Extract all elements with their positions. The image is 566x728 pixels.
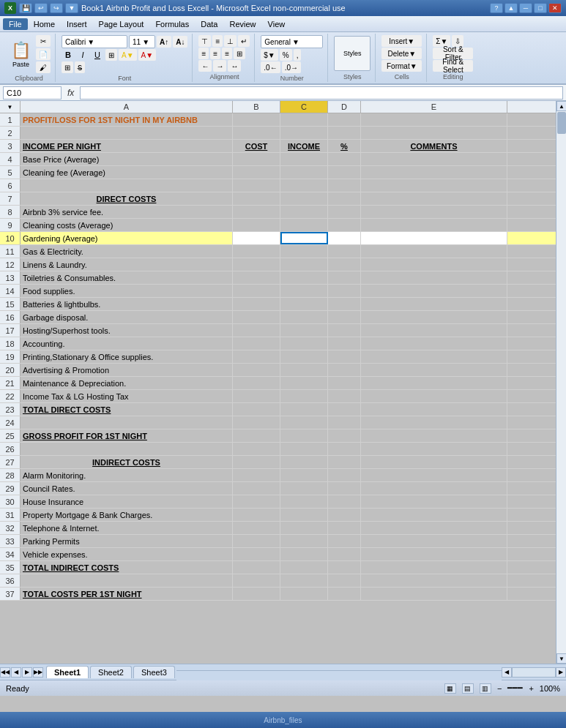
h-scroll-right-btn[interactable]: ▶: [556, 667, 566, 678]
vertical-scrollbar[interactable]: ▲ ▼: [556, 101, 566, 664]
paste-button[interactable]: 📋 Paste: [7, 37, 34, 72]
row-num-29[interactable]: 29: [0, 482, 21, 495]
row-num-14[interactable]: 14: [0, 285, 21, 297]
align-middle-btn[interactable]: ≡: [212, 35, 223, 47]
cell-c9[interactable]: [280, 219, 328, 231]
ribbon-toggle-btn[interactable]: ▲: [504, 3, 518, 13]
cell-a1[interactable]: PROFIT/LOSS FOR 1ST NIGHT IN MY AIRBNB: [21, 113, 233, 126]
row-num-15[interactable]: 15: [0, 298, 21, 310]
cell-c19[interactable]: [280, 350, 328, 363]
cell-a33[interactable]: Parking Permits: [21, 535, 233, 547]
cell-c13[interactable]: [280, 271, 328, 284]
font-size-dropdown[interactable]: 11 ▼: [129, 35, 155, 48]
cell-d30[interactable]: [328, 495, 361, 508]
cell-a22[interactable]: Income Tax & LG Hosting Tax: [21, 390, 233, 402]
row-num-31[interactable]: 31: [0, 509, 21, 521]
minimize-btn[interactable]: ─: [519, 3, 532, 13]
cell-e30[interactable]: [361, 495, 507, 508]
cell-e24[interactable]: [361, 416, 507, 429]
cell-c27[interactable]: [280, 456, 328, 468]
align-top-btn[interactable]: ⊤: [198, 35, 211, 47]
cell-a13[interactable]: Toiletries & Consumables.: [21, 271, 233, 284]
cell-e15[interactable]: [361, 298, 507, 310]
cell-c8[interactable]: [280, 206, 328, 218]
sheet-tab-1[interactable]: Sheet1: [46, 666, 89, 678]
cell-d33[interactable]: [328, 535, 361, 547]
scroll-down-btn[interactable]: ▼: [556, 653, 566, 664]
cell-d12[interactable]: [328, 258, 361, 271]
cell-a2[interactable]: [21, 127, 233, 139]
redo-btn[interactable]: ↪: [50, 3, 63, 13]
cell-b36[interactable]: [233, 574, 280, 587]
cell-a18[interactable]: Accounting.: [21, 337, 233, 350]
decrease-font-btn[interactable]: A↓: [173, 36, 187, 48]
border-btn[interactable]: ⊞: [105, 49, 117, 61]
cell-a14[interactable]: Food supplies.: [21, 285, 233, 297]
number-format-dropdown[interactable]: General ▼: [261, 35, 323, 48]
font-color-btn[interactable]: A▼: [138, 49, 157, 61]
cell-e34[interactable]: [361, 548, 507, 560]
scroll-track[interactable]: [556, 111, 566, 653]
cell-a9[interactable]: Cleaning costs (Average): [21, 219, 233, 231]
increase-indent-btn[interactable]: ⊞: [62, 61, 73, 73]
sheet-tab-2[interactable]: Sheet2: [90, 666, 132, 678]
cell-e19[interactable]: [361, 350, 507, 363]
italic-button[interactable]: I: [76, 49, 89, 61]
cell-e23[interactable]: [361, 403, 507, 416]
save-btn[interactable]: 💾: [19, 3, 32, 13]
cell-c33[interactable]: [280, 535, 328, 547]
cell-c26[interactable]: [280, 443, 328, 455]
cell-b13[interactable]: [233, 271, 280, 284]
cell-a16[interactable]: Garbage disposal.: [21, 311, 233, 323]
cell-b7[interactable]: [233, 192, 280, 205]
align-bottom-btn[interactable]: ⊥: [224, 35, 237, 47]
col-header-c[interactable]: C: [280, 101, 328, 113]
row-num-5[interactable]: 5: [0, 166, 21, 179]
cell-c4[interactable]: [280, 153, 328, 165]
cell-e18[interactable]: [361, 337, 507, 350]
cell-a15[interactable]: Batteries & lightbulbs.: [21, 298, 233, 310]
accounting-btn[interactable]: $▼: [261, 49, 278, 61]
cell-d13[interactable]: [328, 271, 361, 284]
cell-b9[interactable]: [233, 219, 280, 231]
cell-a25[interactable]: GROSS PROFIT FOR 1ST NIGHT: [21, 429, 233, 442]
cell-d37[interactable]: [328, 588, 361, 600]
row-num-13[interactable]: 13: [0, 271, 21, 284]
cell-b31[interactable]: [233, 509, 280, 521]
row-num-36[interactable]: 36: [0, 574, 21, 587]
cell-d6[interactable]: [328, 179, 361, 192]
cell-a3[interactable]: INCOME PER NIGHT: [21, 140, 233, 152]
cell-b1[interactable]: [233, 113, 280, 126]
cell-c25[interactable]: [280, 429, 328, 442]
row-num-26[interactable]: 26: [0, 443, 21, 455]
cell-e14[interactable]: [361, 285, 507, 297]
cell-d31[interactable]: [328, 509, 361, 521]
increase-decimal-btn[interactable]: .0→: [282, 61, 301, 73]
cell-b30[interactable]: [233, 495, 280, 508]
fill-color-btn[interactable]: A▼: [119, 49, 137, 61]
zoom-in-btn[interactable]: +: [529, 684, 533, 693]
cell-a5[interactable]: Cleaning fee (Average): [21, 166, 233, 179]
menu-data[interactable]: Data: [195, 18, 223, 30]
cell-a37[interactable]: TOTAL COSTS PER 1ST NIGHT: [21, 588, 233, 600]
cell-e2[interactable]: [361, 127, 507, 139]
cell-d23[interactable]: [328, 403, 361, 416]
decrease-indent-btn[interactable]: ←: [198, 60, 212, 72]
cell-a17[interactable]: Hosting/Superhost tools.: [21, 324, 233, 337]
undo-btn[interactable]: ↩: [34, 3, 48, 13]
sheet-tab-3[interactable]: Sheet3: [133, 666, 175, 678]
cell-b27[interactable]: [233, 456, 280, 468]
cell-d25[interactable]: [328, 429, 361, 442]
cell-a27[interactable]: INDIRECT COSTS: [21, 456, 233, 468]
cell-c29[interactable]: [280, 482, 328, 495]
cell-d32[interactable]: [328, 522, 361, 534]
cell-a12[interactable]: Linens & Laundry.: [21, 258, 233, 271]
cell-e28[interactable]: [361, 469, 507, 481]
cell-e8[interactable]: [361, 206, 507, 218]
row-num-30[interactable]: 30: [0, 495, 21, 508]
cell-e4[interactable]: [361, 153, 507, 165]
cell-a11[interactable]: Gas & Electricity.: [21, 245, 233, 258]
cell-c24[interactable]: [280, 416, 328, 429]
row-num-22[interactable]: 22: [0, 390, 21, 402]
cell-a26[interactable]: [21, 443, 233, 455]
